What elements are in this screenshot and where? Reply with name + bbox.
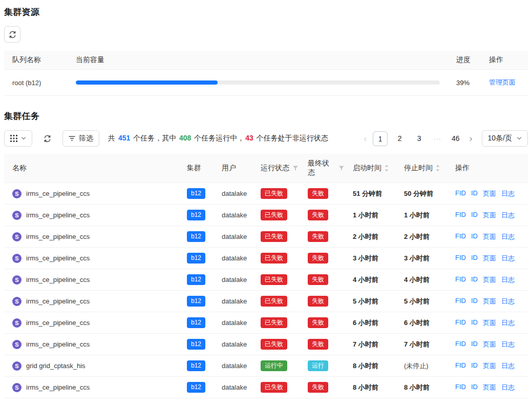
stop-time: 3 小时前	[400, 248, 451, 269]
action-log-link[interactable]: 日志	[501, 211, 515, 220]
col-label: 停止时间	[404, 164, 433, 173]
cluster-badge: b12	[187, 317, 205, 328]
stop-time: (未停止)	[400, 355, 451, 377]
action-log-link[interactable]: 日志	[501, 232, 515, 241]
action-id-link[interactable]: ID	[471, 275, 478, 285]
action-fid-link[interactable]: FID	[455, 211, 466, 220]
final-status-badge: 失败	[308, 339, 328, 350]
action-log-link[interactable]: 日志	[501, 318, 515, 328]
action-log-link[interactable]: 日志	[501, 361, 515, 371]
name-cell: S irms_ce_pipeline_ccs	[4, 183, 183, 205]
action-fid-link[interactable]: FID	[455, 275, 466, 285]
action-log-link[interactable]: 日志	[501, 254, 515, 263]
pagination-page-1[interactable]: 1	[373, 131, 388, 146]
user-cell: datalake	[218, 355, 257, 377]
pagination-page-2[interactable]: 2	[392, 131, 407, 146]
action-page-link[interactable]: 页面	[483, 297, 496, 306]
start-time: 5 小时前	[349, 291, 400, 312]
final-status-badge: 失败	[308, 274, 328, 285]
action-fid-link[interactable]: FID	[455, 361, 466, 371]
actions-cell: FIDID页面日志	[451, 205, 528, 226]
tasks-refresh-button[interactable]	[40, 130, 54, 147]
task-avatar: S	[12, 275, 22, 285]
col-queue-name: 队列名称	[4, 51, 68, 70]
summary-text: 个任务处于非运行状态	[254, 134, 328, 142]
name-cell: S irms_ce_pipeline_ccs	[4, 334, 183, 355]
resources-refresh-button[interactable]	[4, 26, 20, 43]
final-status-cell: 失败	[304, 334, 349, 355]
col-label: 用户	[222, 164, 236, 173]
action-fid-link[interactable]: FID	[455, 297, 466, 306]
stop-time: 5 小时前	[400, 291, 451, 312]
task-avatar: S	[12, 383, 22, 392]
action-id-link[interactable]: ID	[471, 254, 478, 263]
action-page-link[interactable]: 页面	[483, 361, 496, 371]
task-user: datalake	[222, 340, 247, 348]
col-label: 最终状态	[308, 159, 335, 177]
pagination-next-button[interactable]: ›	[467, 131, 474, 146]
action-log-link[interactable]: 日志	[501, 383, 515, 392]
action-page-link[interactable]: 页面	[483, 275, 496, 285]
final-status-cell: 失败	[304, 248, 349, 269]
action-id-link[interactable]: ID	[471, 340, 478, 349]
action-fid-link[interactable]: FID	[455, 318, 466, 328]
name-cell: S irms_ce_pipeline_ccs	[4, 248, 183, 269]
action-page-link[interactable]: 页面	[483, 232, 496, 241]
action-log-link[interactable]: 日志	[501, 275, 515, 285]
action-id-link[interactable]: ID	[471, 361, 478, 371]
page-size-select[interactable]: 10条/页	[482, 130, 528, 147]
action-log-link[interactable]: 日志	[501, 340, 515, 349]
action-id-link[interactable]: ID	[471, 232, 478, 241]
row-actions: FIDID页面日志	[455, 232, 524, 241]
table-row: S grid grid_cptask_his b12 datalake 运行中 …	[4, 355, 528, 377]
pagination-page-3[interactable]: 3	[412, 131, 427, 146]
action-fid-link[interactable]: FID	[455, 189, 466, 198]
sorter-icon[interactable]	[385, 165, 389, 172]
action-page-link[interactable]: 页面	[483, 254, 496, 263]
action-fid-link[interactable]: FID	[455, 340, 466, 349]
action-log-link[interactable]: 日志	[501, 297, 515, 306]
run-status-cell: 已失败	[257, 183, 304, 205]
action-id-link[interactable]: ID	[471, 297, 478, 306]
action-id-link[interactable]: ID	[471, 318, 478, 328]
action-id-link[interactable]: ID	[471, 383, 478, 392]
resources-row: root (b12) 39% 管理页面	[4, 70, 528, 96]
action-page-link[interactable]: 页面	[483, 318, 496, 328]
table-row: S irms_ce_pipeline_ccs b12 datalake 已失败 …	[4, 269, 528, 291]
table-row: S irms_ce_pipeline_ccs b12 datalake 已失败 …	[4, 312, 528, 334]
filter-button[interactable]: 筛选	[62, 130, 99, 147]
col-label: 运行状态	[261, 164, 289, 173]
filter-funnel-icon[interactable]	[338, 165, 345, 171]
page: 集群资源 队列名称 当前容量 进度 操作 root (b12)	[0, 0, 532, 405]
action-page-link[interactable]: 页面	[483, 211, 496, 220]
task-name: irms_ce_pipeline_ccs	[26, 319, 90, 327]
pagination-page-46[interactable]: 46	[448, 131, 463, 146]
summary-text: 个任务，其中	[131, 134, 178, 142]
tasks-header-row: 名称 集群 用户 运行状态 最终状态	[4, 154, 528, 183]
start-time: 4 小时前	[349, 269, 400, 291]
name-cell: S irms_ce_pipeline_ccs	[4, 291, 183, 312]
view-mode-button[interactable]	[4, 130, 32, 147]
col-resource-action: 操作	[481, 51, 528, 70]
row-actions: FIDID页面日志	[455, 275, 524, 285]
task-avatar: S	[12, 254, 22, 263]
action-id-link[interactable]: ID	[471, 189, 478, 198]
action-page-link[interactable]: 页面	[483, 189, 496, 198]
action-log-link[interactable]: 日志	[501, 189, 515, 198]
stop-time: 2 小时前	[400, 226, 451, 248]
action-fid-link[interactable]: FID	[455, 254, 466, 263]
cluster-cell: b12	[183, 205, 218, 226]
action-id-link[interactable]: ID	[471, 211, 478, 220]
manage-page-link[interactable]: 管理页面	[489, 78, 516, 86]
action-fid-link[interactable]: FID	[455, 383, 466, 392]
start-time: 51 分钟前	[349, 183, 400, 205]
sorter-icon[interactable]	[436, 165, 440, 172]
col-label: 启动时间	[353, 164, 381, 173]
action-page-link[interactable]: 页面	[483, 383, 496, 392]
final-status-cell: 失败	[304, 205, 349, 226]
action-page-link[interactable]: 页面	[483, 340, 496, 349]
run-status-badge: 已失败	[261, 317, 287, 328]
action-fid-link[interactable]: FID	[455, 232, 466, 241]
filter-funnel-icon[interactable]	[292, 165, 299, 171]
final-status-badge: 运行	[308, 360, 328, 371]
